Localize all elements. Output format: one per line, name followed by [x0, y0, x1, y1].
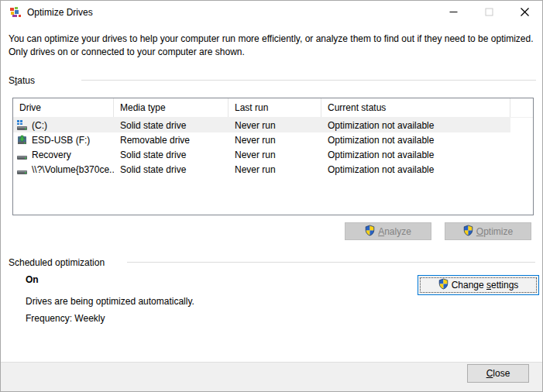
table-row-c-drive[interactable]: (C:) Solid state drive Never run Optimiz…: [13, 118, 533, 132]
current-status: Optimization not available: [321, 120, 510, 131]
scheduled-state: On: [26, 274, 39, 285]
media-type: Removable drive: [114, 135, 229, 146]
hard-drive-icon: [16, 163, 29, 176]
media-type: Solid state drive: [114, 164, 229, 175]
current-status: Optimization not available: [321, 150, 510, 160]
minimize-button[interactable]: [435, 1, 471, 24]
last-run: Never run: [229, 135, 321, 146]
optimize-button-label: Optimize: [476, 226, 513, 237]
hard-drive-icon: [16, 149, 29, 161]
status-group-label: Status: [9, 75, 35, 86]
scheduled-frequency: Frequency: Weekly: [26, 313, 105, 324]
drive-name: ESD-USB (F:): [32, 135, 90, 146]
usb-drive-icon: [16, 134, 29, 146]
drive-name: \\?\Volume{b370ce...: [32, 164, 114, 175]
analyze-button-label: Analyze: [378, 226, 411, 237]
uac-shield-icon: [438, 278, 448, 292]
change-settings-button-label: Change settings: [452, 280, 519, 291]
optimize-drives-dialog: Optimize Drives You can optimize your dr…: [0, 0, 543, 392]
column-header-filler: [510, 98, 533, 117]
analyze-button[interactable]: Analyze: [345, 222, 431, 240]
close-dialog-button-label: Close: [486, 368, 510, 379]
close-dialog-button[interactable]: Close: [467, 364, 529, 383]
scheduled-group-label: Scheduled optimization: [9, 257, 105, 268]
drive-name: Recovery: [32, 150, 71, 160]
table-row-esd-usb[interactable]: ESD-USB (F:) Removable drive Never run O…: [13, 132, 533, 147]
media-type: Solid state drive: [114, 120, 229, 131]
window-title: Optimize Drives: [27, 7, 93, 18]
dialog-footer: [1, 362, 542, 391]
table-row-volume[interactable]: \\?\Volume{b370ce... Solid state drive N…: [13, 162, 533, 177]
close-icon: [521, 7, 529, 19]
close-button[interactable]: [507, 1, 542, 24]
drive-name: (C:): [32, 120, 47, 131]
table-row-recovery[interactable]: Recovery Solid state drive Never run Opt…: [13, 147, 533, 162]
scheduled-description: Drives are being optimized automatically…: [26, 296, 194, 307]
uac-shield-icon: [463, 225, 473, 239]
media-type: Solid state drive: [114, 150, 229, 160]
optimize-drives-app-icon: [9, 6, 22, 19]
scheduled-group-divider: [127, 262, 535, 263]
drive-list[interactable]: Drive Media type Last run Current status: [12, 98, 534, 215]
drive-list-header: Drive Media type Last run Current status: [13, 98, 533, 118]
last-run: Never run: [229, 164, 321, 175]
status-group-divider: [81, 80, 536, 81]
minimize-icon: [449, 7, 458, 19]
change-settings-button[interactable]: Change settings: [418, 275, 539, 295]
current-status: Optimization not available: [321, 164, 510, 175]
dialog-description: You can optimize your drives to help you…: [9, 33, 540, 59]
last-run: Never run: [229, 120, 321, 131]
system-drive-icon: [16, 119, 29, 132]
optimize-button[interactable]: Optimize: [445, 222, 531, 240]
title-bar[interactable]: Optimize Drives: [1, 1, 542, 24]
column-header-media-type[interactable]: Media type: [114, 98, 229, 117]
uac-shield-icon: [365, 225, 375, 239]
current-status: Optimization not available: [321, 135, 510, 146]
column-header-drive[interactable]: Drive: [13, 98, 114, 117]
last-run: Never run: [229, 150, 321, 160]
maximize-button: [471, 1, 507, 24]
column-header-last-run[interactable]: Last run: [229, 98, 321, 117]
maximize-icon: [485, 7, 493, 19]
column-header-current-status[interactable]: Current status: [321, 98, 510, 117]
